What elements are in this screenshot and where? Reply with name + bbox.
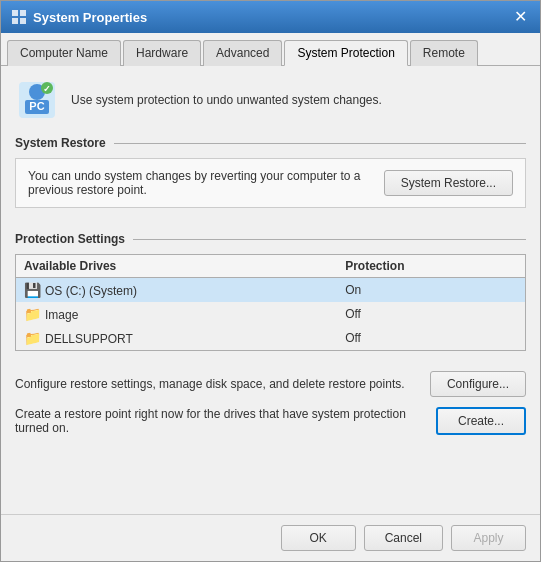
tab-hardware[interactable]: Hardware bbox=[123, 40, 201, 66]
tab-advanced[interactable]: Advanced bbox=[203, 40, 282, 66]
configure-button[interactable]: Configure... bbox=[430, 371, 526, 397]
drive-protection: Off bbox=[337, 302, 525, 326]
tabs-bar: Computer Name Hardware Advanced System P… bbox=[1, 33, 540, 66]
apply-button[interactable]: Apply bbox=[451, 525, 526, 551]
system-restore-header: System Restore bbox=[15, 136, 526, 150]
info-text: Use system protection to undo unwanted s… bbox=[71, 93, 382, 107]
title-bar-left: System Properties bbox=[11, 9, 147, 25]
tab-computer-name[interactable]: Computer Name bbox=[7, 40, 121, 66]
system-restore-button[interactable]: System Restore... bbox=[384, 170, 513, 196]
table-row[interactable]: 💾OS (C:) (System) On bbox=[16, 278, 526, 303]
drive-icon: 📁 bbox=[24, 306, 41, 322]
drive-protection: Off bbox=[337, 326, 525, 351]
protection-settings-section: Protection Settings Available Drives Pro… bbox=[15, 232, 526, 361]
system-restore-section: System Restore You can undo system chang… bbox=[15, 136, 526, 220]
col-drives: Available Drives bbox=[16, 255, 338, 278]
table-row[interactable]: 📁Image Off bbox=[16, 302, 526, 326]
cancel-button[interactable]: Cancel bbox=[364, 525, 443, 551]
svg-rect-2 bbox=[12, 18, 18, 24]
tab-remote[interactable]: Remote bbox=[410, 40, 478, 66]
table-row[interactable]: 📁DELLSUPPORT Off bbox=[16, 326, 526, 351]
footer: OK Cancel Apply bbox=[1, 514, 540, 561]
svg-rect-0 bbox=[12, 10, 18, 16]
col-protection: Protection bbox=[337, 255, 525, 278]
info-row: PC ✓ Use system protection to undo unwan… bbox=[15, 78, 526, 122]
svg-text:✓: ✓ bbox=[43, 84, 51, 94]
system-restore-description: You can undo system changes by reverting… bbox=[28, 169, 374, 197]
drive-icon: 💾 bbox=[24, 282, 41, 298]
protection-settings-header: Protection Settings bbox=[15, 232, 526, 246]
svg-text:PC: PC bbox=[29, 100, 44, 112]
window-title: System Properties bbox=[33, 10, 147, 25]
configure-row: Configure restore settings, manage disk … bbox=[15, 371, 526, 397]
svg-rect-1 bbox=[20, 10, 26, 16]
drive-name: 📁Image bbox=[16, 302, 338, 326]
drives-table: Available Drives Protection 💾OS (C:) (Sy… bbox=[15, 254, 526, 351]
protection-settings-divider bbox=[133, 239, 526, 240]
protection-settings-label: Protection Settings bbox=[15, 232, 125, 246]
protection-icon: PC ✓ bbox=[15, 78, 59, 122]
tab-system-protection[interactable]: System Protection bbox=[284, 40, 407, 66]
title-bar: System Properties ✕ bbox=[1, 1, 540, 33]
create-row: Create a restore point right now for the… bbox=[15, 407, 526, 435]
create-button[interactable]: Create... bbox=[436, 407, 526, 435]
drive-protection: On bbox=[337, 278, 525, 303]
window-icon bbox=[11, 9, 27, 25]
system-restore-label: System Restore bbox=[15, 136, 106, 150]
close-button[interactable]: ✕ bbox=[510, 7, 530, 27]
configure-description: Configure restore settings, manage disk … bbox=[15, 377, 420, 391]
table-header-row: Available Drives Protection bbox=[16, 255, 526, 278]
svg-rect-3 bbox=[20, 18, 26, 24]
drive-name: 💾OS (C:) (System) bbox=[16, 278, 338, 303]
tab-content: PC ✓ Use system protection to undo unwan… bbox=[1, 66, 540, 514]
system-restore-divider bbox=[114, 143, 526, 144]
create-description: Create a restore point right now for the… bbox=[15, 407, 426, 435]
system-restore-box: You can undo system changes by reverting… bbox=[15, 158, 526, 208]
ok-button[interactable]: OK bbox=[281, 525, 356, 551]
drive-name: 📁DELLSUPPORT bbox=[16, 326, 338, 351]
system-properties-window: System Properties ✕ Computer Name Hardwa… bbox=[0, 0, 541, 562]
drive-icon: 📁 bbox=[24, 330, 41, 346]
